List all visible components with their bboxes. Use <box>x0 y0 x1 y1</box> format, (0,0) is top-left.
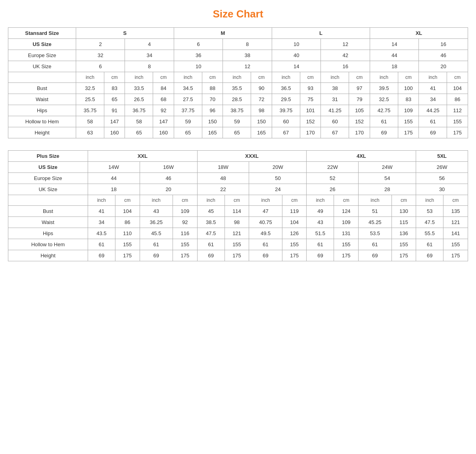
measurement-value: 175 <box>392 250 416 261</box>
measurement-value: 147 <box>104 116 125 127</box>
measurement-value: 175 <box>447 127 468 138</box>
plus-eu-48: 48 <box>197 173 249 184</box>
standard-size-label: Stansard Size <box>8 28 76 39</box>
plus-unit-inch-7: inch <box>416 195 443 206</box>
measurement-value: 88 <box>202 83 223 94</box>
measurement-value: 165 <box>251 127 272 138</box>
unit-cm-1: cm <box>104 72 125 83</box>
plus-us-20w: 20W <box>249 162 307 173</box>
plus-us-16w: 16W <box>140 162 197 173</box>
plus-unit-empty <box>8 195 88 206</box>
plus-eu-52: 52 <box>307 173 359 184</box>
measurement-value: 86 <box>115 217 140 228</box>
measurement-value: 34 <box>88 217 115 228</box>
measurement-value: 51 <box>359 206 392 217</box>
measurement-value: 61 <box>197 239 225 250</box>
table-row: Hips43.511045.511647.512149.512651.51315… <box>8 228 468 239</box>
measurement-label: Hips <box>8 228 88 239</box>
measurement-value: 83 <box>398 94 418 105</box>
unit-cm-8: cm <box>447 72 468 83</box>
unit-cm-3: cm <box>202 72 223 83</box>
measurement-value: 112 <box>447 105 468 116</box>
size-l-header: L <box>272 28 370 39</box>
plus-us-26w: 26W <box>416 162 468 173</box>
measurement-label: Waist <box>8 94 76 105</box>
uk-16: 16 <box>321 61 370 72</box>
measurement-value: 58 <box>125 116 153 127</box>
plus-unit-inch-5: inch <box>307 195 334 206</box>
measurement-value: 61 <box>419 116 447 127</box>
unit-inch-8: inch <box>419 72 447 83</box>
plus-uk-30: 30 <box>416 184 468 195</box>
table-row: Waist25.56526.56827.57028.57229.57531793… <box>8 94 468 105</box>
measurement-value: 69 <box>419 127 447 138</box>
plus-unit-inch-6: inch <box>359 195 392 206</box>
unit-cm-7: cm <box>398 72 418 83</box>
plus-unit-inch-1: inch <box>88 195 115 206</box>
measurement-value: 34 <box>419 94 447 105</box>
measurement-value: 155 <box>392 239 416 250</box>
unit-inch-3: inch <box>174 72 202 83</box>
us-2: 2 <box>76 39 125 50</box>
plus-unit-cm-6: cm <box>392 195 416 206</box>
measurement-value: 98 <box>225 217 249 228</box>
plus-uk-24: 24 <box>249 184 307 195</box>
measurement-value: 104 <box>115 206 140 217</box>
measurement-value: 69 <box>249 250 282 261</box>
measurement-value: 38.75 <box>223 105 251 116</box>
measurement-value: 61 <box>307 239 334 250</box>
measurement-value: 33.5 <box>125 83 153 94</box>
measurement-label: Waist <box>8 217 88 228</box>
measurement-value: 119 <box>282 206 307 217</box>
measurement-value: 44.25 <box>419 105 447 116</box>
measurement-value: 29.5 <box>272 94 300 105</box>
measurement-value: 155 <box>443 239 468 250</box>
eu-34: 34 <box>125 50 174 61</box>
plus-eu-44: 44 <box>88 173 140 184</box>
size-s-header: S <box>76 28 174 39</box>
measurement-value: 34.5 <box>174 83 202 94</box>
unit-cm-2: cm <box>153 72 174 83</box>
us-4: 4 <box>125 39 174 50</box>
measurement-value: 69 <box>307 250 334 261</box>
measurement-value: 155 <box>282 239 307 250</box>
measurement-value: 101 <box>300 105 321 116</box>
measurement-value: 32.5 <box>76 83 104 94</box>
measurement-value: 47 <box>249 206 282 217</box>
plus-us-14w: 14W <box>88 162 140 173</box>
measurement-value: 175 <box>173 250 198 261</box>
measurement-value: 47.5 <box>197 228 225 239</box>
measurement-value: 97 <box>349 83 370 94</box>
size-4xl-header: 4XL <box>307 151 416 162</box>
measurement-value: 36.5 <box>272 83 300 94</box>
measurement-value: 49 <box>307 206 334 217</box>
plus-uk-20: 20 <box>140 184 197 195</box>
us-12: 12 <box>321 39 370 50</box>
measurement-value: 175 <box>398 127 418 138</box>
measurement-value: 100 <box>398 83 418 94</box>
measurement-value: 65 <box>104 94 125 105</box>
measurement-value: 69 <box>197 250 225 261</box>
plus-uk-28: 28 <box>359 184 416 195</box>
plus-unit-cm-4: cm <box>282 195 307 206</box>
measurement-value: 152 <box>300 116 321 127</box>
us-6: 6 <box>174 39 223 50</box>
measurement-value: 58 <box>76 116 104 127</box>
measurement-value: 70 <box>202 94 223 105</box>
measurement-value: 130 <box>392 206 416 217</box>
plus-us-24w: 24W <box>359 162 416 173</box>
measurement-value: 79 <box>349 94 370 105</box>
measurement-value: 92 <box>153 105 174 116</box>
eu-36: 36 <box>174 50 223 61</box>
plus-unit-cm-1: cm <box>115 195 140 206</box>
measurement-value: 65 <box>174 127 202 138</box>
measurement-value: 47.5 <box>416 217 443 228</box>
size-xl-header: XL <box>370 28 468 39</box>
eu-38: 38 <box>223 50 272 61</box>
unit-cm-4: cm <box>251 72 272 83</box>
unit-inch-1: inch <box>76 72 104 83</box>
measurement-value: 65 <box>223 127 251 138</box>
measurement-value: 69 <box>88 250 115 261</box>
measurement-value: 121 <box>225 228 249 239</box>
measurement-value: 41 <box>88 206 115 217</box>
